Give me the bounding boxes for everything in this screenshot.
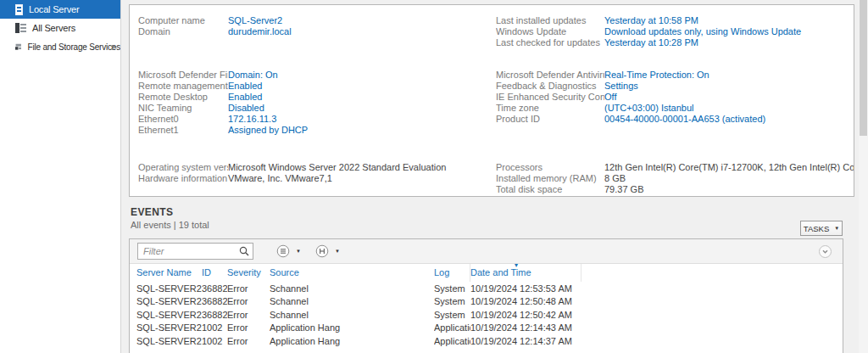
- property-label: Computer name: [138, 15, 228, 25]
- property-value: VMware, Inc. VMware7,1: [228, 173, 332, 183]
- sidebar-item-label: All Servers: [32, 23, 75, 33]
- column-header-id[interactable]: ID: [202, 264, 227, 282]
- caret-down-icon: ▼: [296, 249, 301, 254]
- cell-id: 1002: [202, 322, 227, 333]
- saved-query-icon: [315, 244, 329, 258]
- property-value: 8 GB: [604, 173, 626, 183]
- column-header-date-time[interactable]: Date and Time ▾: [470, 264, 581, 282]
- property-row: Last installed updatesYesterday at 10:58…: [496, 14, 852, 25]
- property-value: Microsoft Windows Server 2022 Standard E…: [228, 162, 446, 172]
- sidebar-item-file-storage-services[interactable]: File and Storage Services ▷: [0, 37, 120, 56]
- property-value-link[interactable]: Domain: On: [228, 70, 278, 80]
- property-value-link[interactable]: Settings: [604, 81, 638, 91]
- cell-server-name: SQL-SERVER2: [136, 296, 202, 306]
- property-value-link[interactable]: Enabled: [228, 92, 262, 102]
- property-value-link[interactable]: (UTC+03:00) Istanbul: [604, 103, 693, 113]
- cell-source: Application Hang: [270, 322, 434, 333]
- cell-source: Schannel: [270, 310, 434, 320]
- local-server-properties-panel: Computer nameSQL-Server2 Domaindurudemir…: [129, 4, 854, 197]
- sidebar-item-all-servers[interactable]: All Servers: [0, 19, 120, 37]
- event-row[interactable]: SQL-SERVER2 1002 Error Application Hang …: [130, 334, 843, 348]
- property-label: Remote Desktop: [138, 92, 228, 102]
- column-header-server-name[interactable]: Server Name: [136, 264, 202, 282]
- column-header-label: Date and Time: [470, 267, 531, 277]
- property-row: Ethernet0172.16.11.3: [138, 113, 490, 124]
- property-value-link[interactable]: Real-Time Protection: On: [604, 70, 709, 80]
- cell-source: Application Hang: [270, 336, 434, 346]
- property-value-link[interactable]: Enabled: [228, 81, 262, 91]
- column-header-severity[interactable]: Severity: [227, 264, 270, 282]
- cell-severity: Error: [227, 296, 270, 306]
- property-row: Microsoft Defender AntivirusReal-Time Pr…: [496, 69, 852, 80]
- event-row[interactable]: SQL-SERVER2 36882 Error Schannel System …: [130, 295, 843, 309]
- property-value-link[interactable]: Disabled: [228, 103, 264, 113]
- property-label: Time zone: [496, 103, 604, 113]
- cell-server-name: SQL-SERVER2: [136, 322, 202, 333]
- property-row: Windows UpdateDownload updates only, usi…: [496, 25, 852, 36]
- property-value-link[interactable]: Yesterday at 10:28 PM: [604, 37, 698, 48]
- property-value: 79.37 GB: [604, 184, 643, 194]
- column-header-log[interactable]: Log: [434, 264, 470, 282]
- caret-down-icon: ▼: [834, 226, 839, 231]
- property-value-link[interactable]: Off: [604, 92, 616, 102]
- cell-id: 1002: [202, 336, 227, 346]
- filter-criteria-dropdown-button[interactable]: ▼: [276, 244, 301, 258]
- sort-descending-icon: ▾: [515, 261, 518, 270]
- property-value-link[interactable]: 172.16.11.3: [228, 114, 276, 124]
- cell-id: 36882: [202, 296, 227, 306]
- property-label: NIC Teaming: [138, 103, 228, 113]
- property-label: Installed memory (RAM): [496, 173, 604, 183]
- cell-severity: Error: [227, 336, 270, 346]
- property-value-link[interactable]: durudemir.local: [228, 26, 292, 36]
- event-row[interactable]: SQL-SERVER2 1002 Error Application Hang …: [130, 322, 843, 335]
- sidebar-item-local-server[interactable]: Local Server: [0, 0, 120, 19]
- property-label: Product ID: [496, 114, 604, 124]
- property-value-link[interactable]: Assigned by DHCP: [228, 125, 308, 135]
- property-row: Computer nameSQL-Server2: [138, 14, 490, 25]
- cell-severity: Error: [227, 322, 270, 333]
- saved-queries-dropdown-button[interactable]: ▼: [315, 244, 340, 258]
- property-value-link[interactable]: 00454-40000-00001-AA653 (activated): [604, 114, 765, 124]
- events-filter: [137, 243, 253, 260]
- filter-input[interactable]: [137, 243, 253, 260]
- property-value-link[interactable]: Download updates only, using Windows Upd…: [604, 26, 801, 36]
- sidebar-item-label: Local Server: [29, 4, 79, 14]
- vertical-scrollbar[interactable]: [859, 0, 868, 353]
- property-row: Processors12th Gen Intel(R) Core(TM) i7-…: [496, 161, 852, 172]
- cell-severity: Error: [227, 283, 270, 294]
- property-label: Remote management: [138, 81, 228, 91]
- cell-server-name: SQL-SERVER2: [136, 336, 202, 346]
- event-row[interactable]: SQL-SERVER2 36882 Error Schannel System …: [130, 282, 843, 295]
- property-label: Windows Update: [496, 26, 604, 36]
- property-row: Installed memory (RAM)8 GB: [496, 172, 852, 183]
- cell-server-name: SQL-SERVER2: [136, 310, 202, 320]
- collapse-panel-button[interactable]: [819, 245, 832, 258]
- file-storage-services-icon: [15, 42, 21, 53]
- property-row: Total disk space79.37 GB: [496, 183, 852, 194]
- caret-down-icon: ▼: [335, 249, 340, 254]
- property-row: Ethernet1Assigned by DHCP: [138, 124, 490, 135]
- events-section-title: EVENTS: [131, 206, 173, 218]
- column-header-source[interactable]: Source: [270, 264, 434, 282]
- property-label: Hardware information: [138, 173, 228, 183]
- scrollbar-thumb[interactable]: [860, 0, 867, 136]
- events-table-header: Server Name ID Severity Source Log Date …: [130, 264, 843, 282]
- cell-server-name: SQL-SERVER2: [136, 283, 202, 294]
- all-servers-icon: [15, 23, 26, 34]
- cell-source: Schannel: [270, 283, 434, 294]
- property-label: IE Enhanced Security Configuration: [496, 92, 604, 102]
- event-row[interactable]: SQL-SERVER2 36882 Error Schannel System …: [130, 308, 843, 322]
- cell-id: 36882: [202, 283, 227, 294]
- property-value-link[interactable]: SQL-Server2: [228, 15, 282, 25]
- local-server-icon: [15, 4, 23, 15]
- tasks-button[interactable]: TASKS ▼: [800, 221, 843, 236]
- cell-log: Application: [434, 322, 470, 333]
- cell-log: System: [434, 283, 470, 294]
- cell-log: Application: [434, 336, 470, 346]
- property-row: Product ID00454-40000-00001-AA653 (activ…: [496, 113, 852, 124]
- chevron-right-icon[interactable]: ▷: [112, 43, 117, 51]
- property-label: Total disk space: [496, 184, 604, 194]
- property-value-link[interactable]: Yesterday at 10:58 PM: [604, 15, 698, 25]
- sidebar-nav: Local Server All Servers File and Storag…: [0, 0, 121, 353]
- property-row: IE Enhanced Security ConfigurationOff: [496, 91, 852, 102]
